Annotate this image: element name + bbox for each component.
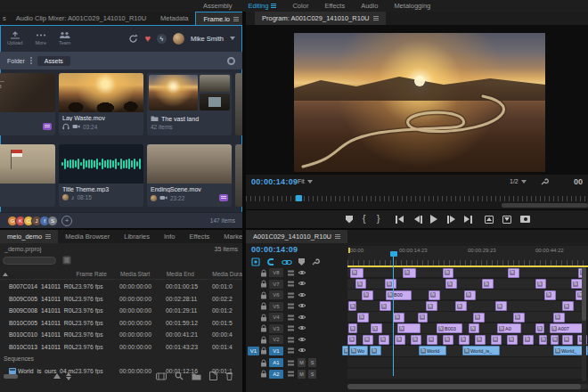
table-row[interactable]: B010C010_141011_R0U4.23.976 fps00:00:00:… (0, 329, 242, 340)
upload-button[interactable]: Upload (7, 31, 22, 45)
timeline-clip[interactable]: fx (380, 301, 391, 311)
sync-lock-icon[interactable] (287, 324, 295, 332)
add-collaborator-button[interactable]: + (61, 216, 72, 226)
add-marker-button[interactable] (346, 214, 353, 225)
tab-info[interactable]: Info (157, 230, 183, 243)
panel-menu-icon[interactable] (45, 233, 51, 240)
timeline-clip[interactable]: fxA007 (550, 323, 586, 333)
track-target-v2[interactable]: V2 (269, 335, 283, 344)
mark-out-button[interactable]: } (377, 214, 380, 225)
timeline-clip[interactable]: fx (473, 313, 485, 323)
asset-card[interactable]: Title Theme.mp3♪08:15 (59, 144, 143, 207)
lock-icon[interactable] (260, 370, 267, 378)
timeline-clip[interactable]: fx (535, 323, 544, 333)
timeline-clip[interactable]: fx (418, 313, 428, 323)
automate-to-sequence-icon[interactable] (156, 372, 167, 380)
timeline-clip[interactable]: fx (342, 346, 348, 355)
timeline-clip[interactable]: fx (385, 279, 396, 289)
track-output-eye-icon[interactable] (298, 280, 306, 287)
timeline-clip[interactable]: fxB00 (386, 290, 412, 300)
snap-magnet-icon[interactable] (266, 257, 275, 266)
track-output-eye-icon[interactable] (298, 269, 306, 276)
workspace-tab-assembly[interactable]: Assembly (203, 2, 233, 10)
timeline-ruler[interactable]: 00:0000:00:14:2300:00:29:2300:00:44:22 (347, 246, 588, 265)
timeline-clip[interactable]: fx (507, 335, 518, 345)
tab-libraries[interactable]: Libraries (117, 230, 157, 243)
sync-lock-icon[interactable] (287, 314, 295, 322)
track-lane[interactable] (347, 323, 583, 333)
timeline-clip[interactable]: fx (363, 335, 373, 345)
track-lane[interactable] (347, 312, 583, 322)
gear-icon[interactable] (227, 57, 235, 65)
timeline-clip[interactable]: fx (379, 335, 389, 345)
track-lane[interactable] (347, 267, 583, 277)
table-row[interactable]: B007C014_141011_R0U4.23.976 fps00:00:00:… (0, 281, 242, 292)
track-target-v4[interactable]: V4 (269, 313, 283, 322)
track-output-eye-icon[interactable] (298, 324, 306, 331)
timeline-clip[interactable]: fx (495, 301, 507, 311)
tab-effects[interactable]: Effects (183, 230, 217, 243)
timeline-clip[interactable]: fx (429, 290, 440, 300)
more-button[interactable]: More (35, 31, 46, 45)
timeline-clip[interactable]: fx (397, 323, 421, 333)
timeline-playhead-head[interactable] (390, 251, 397, 257)
sequence-tab[interactable]: A001C029_141010_R10U (246, 230, 347, 243)
sync-lock-icon[interactable] (287, 269, 295, 277)
project-tab[interactable]: meio_demo (0, 230, 58, 243)
track-lane[interactable] (347, 357, 583, 367)
team-button[interactable]: Team (59, 31, 70, 45)
column-media-start[interactable]: Media Start (120, 271, 167, 277)
workspace-tab-metalogging[interactable]: Metalogging (394, 2, 430, 10)
track-output-eye-icon[interactable] (298, 347, 306, 354)
step-back-button[interactable] (414, 214, 422, 225)
track-output-eye-icon[interactable] (298, 336, 306, 343)
timeline-clip[interactable]: fx (371, 323, 382, 333)
panel-menu-icon[interactable] (373, 15, 379, 21)
timeline-clip[interactable]: fx (544, 290, 556, 300)
workspace-tab-color[interactable]: Color (292, 2, 308, 10)
table-row[interactable]: B009C005_141011_R0U4.23.976 fps00:00:00:… (0, 293, 242, 305)
program-monitor-tab[interactable]: Program: A001C029_141010_R10U (255, 12, 386, 25)
table-row[interactable]: B010C013_141011_R0U4.23.976 fps00:00:00:… (0, 341, 242, 353)
nest-toggle-icon[interactable] (251, 257, 260, 266)
clipped-panel-tab[interactable]: s (0, 12, 9, 25)
breadcrumb-menu-icon[interactable] (30, 56, 32, 65)
table-header[interactable]: Frame Rate Media Start Media End Media D… (0, 269, 242, 280)
clear-trash-icon[interactable] (225, 372, 233, 380)
timeline-clip[interactable]: fx (482, 279, 494, 289)
bolt-avatar[interactable]: ϟ (157, 34, 167, 44)
timeline-clip[interactable]: fx (464, 290, 476, 300)
timeline-clip[interactable]: fx (347, 335, 356, 345)
go-to-out-button[interactable] (464, 214, 472, 225)
timeline-clip[interactable]: fx (411, 335, 421, 345)
timeline-clip[interactable]: fx (535, 279, 546, 289)
timeline-clip[interactable]: fx (393, 313, 404, 323)
assets-tab[interactable]: Assets (37, 56, 70, 66)
asset-card[interactable]: EndingScene.mov23:22 (147, 144, 232, 207)
mute-button[interactable]: M (298, 358, 306, 367)
favorite-heart-icon[interactable]: ♥ (144, 34, 151, 43)
timeline-clip[interactable]: fx (362, 290, 373, 300)
source-patch-v1[interactable]: V1 (248, 347, 259, 355)
timeline-clip[interactable]: fxA0 (497, 323, 521, 333)
breadcrumb-folder[interactable]: Folder (7, 58, 25, 64)
timeline-clip[interactable]: fx (508, 268, 519, 278)
timeline-clip[interactable]: fxWo (349, 346, 368, 355)
timeline-clip[interactable]: fx (551, 335, 559, 345)
sync-lock-icon[interactable] (287, 280, 295, 288)
add-marker-icon[interactable] (298, 258, 305, 265)
horizontal-scrollbar[interactable] (4, 374, 18, 379)
timeline-clip[interactable]: fx (348, 301, 356, 311)
timeline-clip[interactable]: fx (513, 313, 525, 323)
mark-in-button[interactable]: { (363, 214, 365, 225)
chevron-down-icon[interactable] (230, 37, 235, 40)
step-forward-button[interactable] (447, 214, 455, 225)
sync-lock-icon[interactable] (287, 370, 295, 378)
lock-icon[interactable] (260, 280, 267, 288)
timeline-clip[interactable]: fx (370, 346, 381, 355)
timeline-clip[interactable]: fxB003 (437, 323, 462, 333)
asset-card[interactable]: Lay Waste.mov03:24 (59, 73, 143, 135)
timeline-playhead[interactable] (393, 251, 394, 376)
panel-menu-icon[interactable] (335, 233, 340, 240)
timeline-clip[interactable]: fx (475, 335, 486, 345)
